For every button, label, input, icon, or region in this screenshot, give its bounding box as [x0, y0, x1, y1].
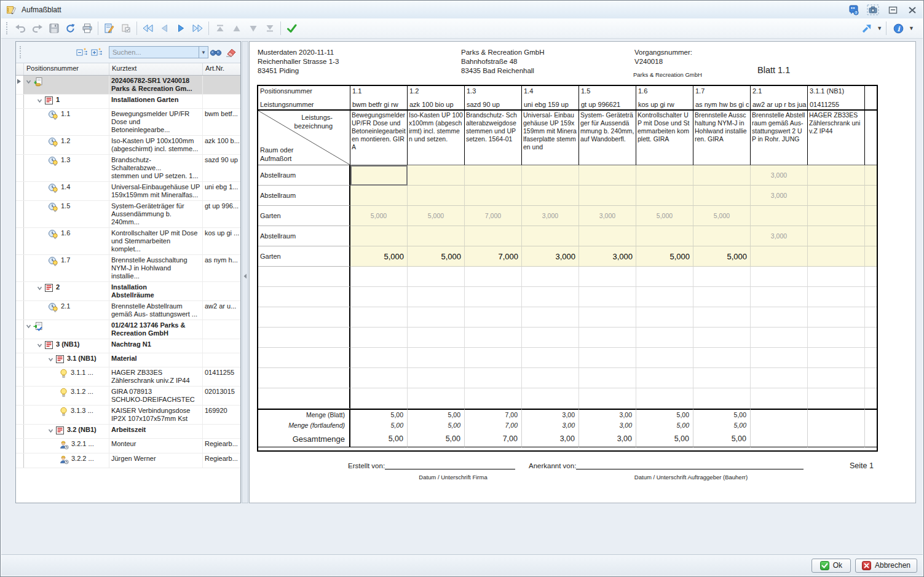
jump-icon[interactable]: [858, 21, 875, 36]
sheet-cell[interactable]: 3,000: [579, 246, 636, 267]
tree-row[interactable]: 3.2.2 ...Jürgen WernerRegiearb...: [16, 453, 240, 468]
tree-row[interactable]: 3.1.1 ...HAGER ZB33ES Zählerschrank univ…: [16, 367, 240, 387]
tree-row[interactable]: 3.2 (NB1)Arbeitszeit: [16, 425, 240, 439]
sheet-cell[interactable]: [465, 165, 522, 186]
sheet-cell[interactable]: 3,000: [522, 246, 579, 267]
sheet-cell[interactable]: 5,000: [636, 206, 693, 226]
info-dropdown-icon[interactable]: ▼: [909, 25, 914, 31]
sheet-cell[interactable]: [636, 226, 693, 246]
sheet-row-label[interactable]: Abstellraum: [258, 186, 350, 206]
expand-all-icon[interactable]: [89, 45, 104, 59]
tree-row[interactable]: 3.1 (NB1)Material: [16, 353, 240, 367]
undo-icon[interactable]: [12, 21, 29, 36]
close-icon[interactable]: [906, 4, 919, 16]
sheet-row-label[interactable]: Garten: [258, 206, 350, 226]
tree-row[interactable]: 2Installation Abstellräume: [16, 282, 240, 301]
save-icon[interactable]: [45, 21, 62, 36]
panel-splitter[interactable]: [242, 41, 248, 503]
first-record-icon[interactable]: [140, 21, 156, 36]
sheet-cell[interactable]: [751, 246, 808, 267]
sheet-cell[interactable]: [808, 246, 865, 267]
chevron-down-icon[interactable]: [48, 356, 53, 364]
sheet-cell[interactable]: 5,000: [350, 206, 408, 226]
tree-row[interactable]: 1.4Universal-Einbaugehäuse UP 159x159mm …: [16, 182, 240, 201]
tree-row[interactable]: 1Installationen Garten: [16, 95, 240, 109]
move-top-icon[interactable]: [211, 21, 228, 36]
find-icon[interactable]: [208, 45, 223, 59]
tree-row[interactable]: 3.1.2 ...GIRA 078913 SCHUKO-DREIFACHSTEC…: [16, 387, 240, 406]
screenshot-icon[interactable]: [866, 4, 880, 16]
prev-record-icon[interactable]: [156, 21, 173, 36]
toolbar-drag-handle[interactable]: [6, 22, 9, 34]
sheet-cell[interactable]: 5,000: [408, 246, 465, 267]
sheet-cell[interactable]: 7,000: [465, 246, 522, 267]
sheet-cell[interactable]: [522, 165, 579, 186]
refresh-icon[interactable]: [62, 21, 79, 36]
print-icon[interactable]: [79, 21, 95, 36]
sheet-row-label[interactable]: Garten: [258, 246, 350, 267]
sheet-cell[interactable]: [465, 226, 522, 246]
sheet-cell[interactable]: 7,000: [465, 206, 522, 226]
sheet-cell[interactable]: 5,000: [636, 246, 693, 267]
sheet-cell[interactable]: [350, 226, 408, 246]
cancel-button[interactable]: Abbrechen: [855, 559, 917, 573]
sheet-cell[interactable]: [579, 186, 636, 206]
paste-special-icon[interactable]: [117, 21, 134, 36]
search-input[interactable]: [109, 46, 199, 58]
collapse-all-icon[interactable]: [74, 45, 89, 59]
move-up-icon[interactable]: [228, 21, 245, 36]
tree-header-artnr[interactable]: Art.Nr.: [203, 63, 240, 75]
sheet-cell[interactable]: [693, 226, 751, 246]
chevron-down-icon[interactable]: [48, 427, 53, 435]
sheet-cell[interactable]: [350, 165, 408, 186]
sheet-cell[interactable]: [350, 186, 408, 206]
chevron-down-icon[interactable]: [37, 285, 42, 292]
sheet-row-label[interactable]: Abstellraum: [258, 226, 350, 246]
next-record-icon[interactable]: [173, 21, 189, 36]
sheet-cell[interactable]: 5,000: [693, 206, 751, 226]
sheet-cell[interactable]: [693, 186, 751, 206]
tree-row[interactable]: 202406782-SR1 V240018 Parks & Recreation…: [16, 76, 240, 95]
info-icon[interactable]: i: [890, 21, 907, 36]
sheet-cell[interactable]: [693, 165, 751, 186]
sheet-cell[interactable]: 3,000: [751, 226, 808, 246]
sheet-cell[interactable]: [808, 165, 865, 186]
search-dropdown-icon[interactable]: ▼: [199, 46, 208, 58]
move-down-icon[interactable]: [245, 21, 261, 36]
sheet-cell[interactable]: [808, 226, 865, 246]
tree-header-kurztext[interactable]: Kurztext: [109, 63, 203, 75]
sheet-cell[interactable]: [808, 206, 865, 226]
sheet-cell[interactable]: [808, 186, 865, 206]
sheet-row-label[interactable]: Abstellraum: [258, 165, 350, 186]
sheet-cell[interactable]: [522, 186, 579, 206]
tree-row[interactable]: 1.6Kontrollschalter UP mit Dose und Stem…: [16, 228, 240, 255]
accept-icon[interactable]: [283, 21, 300, 36]
restore-icon[interactable]: [886, 4, 899, 16]
chevron-down-icon[interactable]: [37, 342, 42, 350]
sheet-cell[interactable]: [751, 206, 808, 226]
tree-row[interactable]: 1.7Brennstelle Ausschaltung NYM-J in Hoh…: [16, 255, 240, 282]
sheet-cell[interactable]: 5,000: [693, 246, 751, 267]
sheet-cell[interactable]: 3,000: [751, 186, 808, 206]
tree-row[interactable]: 3 (NB1)Nachtrag N1: [16, 339, 240, 353]
feedback-icon[interactable]: ?: [847, 4, 860, 16]
sheet-cell[interactable]: [465, 186, 522, 206]
last-record-icon[interactable]: [189, 21, 206, 36]
sheet-cell[interactable]: 5,000: [350, 246, 408, 267]
sheet-cell[interactable]: [408, 165, 465, 186]
tree-row[interactable]: 3.2.1 ...MonteurRegiearb...: [16, 439, 240, 453]
tree-header-positionsnummer[interactable]: Positionsnummer: [24, 63, 109, 75]
move-bottom-icon[interactable]: [261, 21, 278, 36]
tree-row[interactable]: 01/24/12 13746 Parks & Recreation GmbH: [16, 320, 240, 339]
tree-toolbar-drag-handle[interactable]: [20, 46, 22, 58]
tree-row[interactable]: 1.2Iso-Kasten UP 100x100mm (abgeschirmt)…: [16, 136, 240, 155]
sheet-cell[interactable]: 3,000: [579, 206, 636, 226]
jump-dropdown-icon[interactable]: ▼: [877, 25, 882, 31]
tree-row[interactable]: 1.3Brandschutz-Schalterabzwe... stemmen …: [16, 155, 240, 182]
sheet-cell[interactable]: [408, 226, 465, 246]
tree-row[interactable]: 3.1.3 ...KAISER Verbindungsdose IP2X 107…: [16, 406, 240, 425]
edit-sheet-icon[interactable]: [101, 21, 117, 36]
chevron-down-icon[interactable]: [26, 323, 31, 331]
clear-filter-icon[interactable]: [223, 45, 238, 59]
ok-button[interactable]: Ok: [811, 559, 851, 573]
